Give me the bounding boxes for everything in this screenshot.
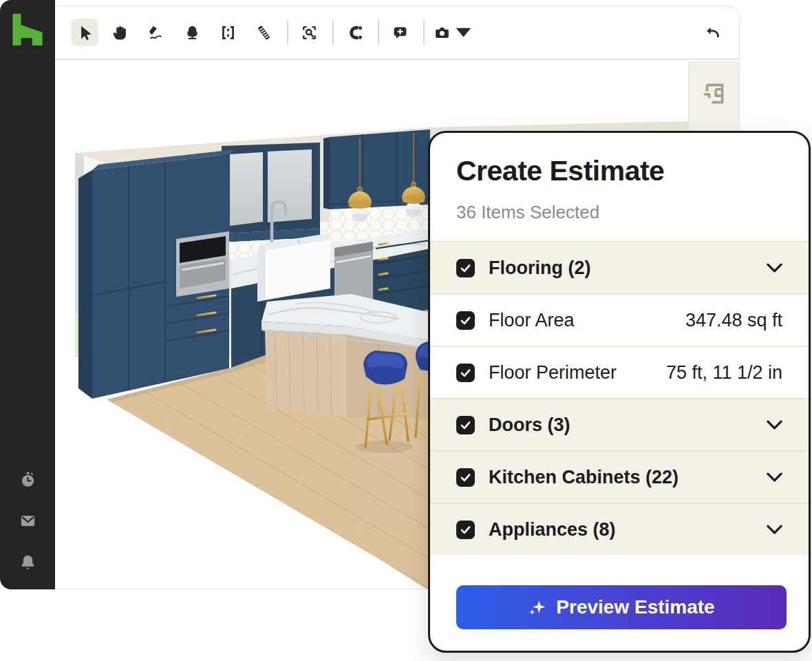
landscape-tool-button[interactable]: [178, 19, 206, 46]
undo-arrow-icon: [705, 24, 722, 41]
checkbox-checked[interactable]: [456, 468, 475, 487]
chevron-down-icon[interactable]: [767, 525, 782, 534]
cursor-icon: [76, 24, 94, 41]
sparkle-icon: [528, 598, 546, 617]
item-row-floor-perimeter[interactable]: Floor Perimeter 75 ft, 11 1/2 in: [430, 346, 809, 398]
snapshot-tool-button[interactable]: [431, 19, 474, 46]
pan-tool-button[interactable]: [107, 19, 134, 46]
checkbox-checked[interactable]: [456, 521, 475, 539]
category-row-doors[interactable]: Doors (3): [430, 398, 809, 450]
row-label: Doors (3): [489, 415, 570, 436]
check-icon: [459, 366, 472, 379]
item-row-floor-area[interactable]: Floor Area 347.48 sq ft: [430, 293, 809, 346]
check-icon: [459, 262, 472, 275]
row-label: Flooring (2): [489, 258, 590, 279]
checkbox-checked[interactable]: [456, 259, 475, 277]
select-tool-button[interactable]: [71, 19, 98, 46]
messages-icon[interactable]: [19, 512, 37, 530]
snap-tool-button[interactable]: [341, 19, 368, 46]
toolbar-divider: [378, 20, 379, 45]
items-selected-count: 36 Items Selected: [456, 202, 782, 222]
category-row-kitchen-cabinets[interactable]: Kitchen Cabinets (22): [430, 450, 809, 503]
wall-opening-tool-button[interactable]: [214, 19, 242, 46]
check-icon: [459, 419, 472, 432]
chevron-down-icon[interactable]: [767, 472, 782, 482]
check-icon: [459, 314, 472, 327]
estimate-rows: Flooring (2) Floor Area 347.48 sq ft Flo…: [430, 241, 809, 555]
row-label: Floor Perimeter: [489, 362, 617, 384]
check-icon: [459, 471, 472, 484]
camera-icon: [434, 24, 451, 41]
chevron-down-icon[interactable]: [767, 263, 782, 273]
chevron-down-icon[interactable]: [767, 420, 782, 430]
undo-button[interactable]: [699, 19, 727, 46]
notifications-icon[interactable]: [19, 553, 37, 571]
measure-tool-button[interactable]: [250, 19, 277, 46]
row-label: Floor Area: [489, 310, 575, 331]
comment-plus-icon: [392, 24, 409, 41]
checkbox-checked[interactable]: [456, 364, 475, 382]
add-comment-tool-button[interactable]: [386, 19, 414, 46]
hand-icon: [112, 24, 129, 41]
row-label: Kitchen Cabinets (22): [489, 467, 679, 488]
toolbar-divider: [423, 20, 425, 45]
draw-tool-button[interactable]: [142, 19, 170, 46]
category-row-flooring[interactable]: Flooring (2): [430, 241, 809, 293]
toolbar-divider: [287, 20, 288, 45]
preview-estimate-label: Preview Estimate: [556, 596, 714, 618]
toolbar: [55, 6, 739, 60]
create-estimate-panel: Create Estimate 36 Items Selected Floori…: [428, 131, 811, 653]
checkbox-checked[interactable]: [456, 311, 475, 330]
panel-title: Create Estimate: [456, 154, 782, 187]
category-row-appliances[interactable]: Appliances (8): [430, 503, 809, 555]
ruler-icon: [255, 24, 273, 41]
check-icon: [459, 523, 472, 536]
row-value: 347.48 sq ft: [685, 310, 782, 331]
timer-icon[interactable]: [19, 470, 37, 489]
bracket-dashed-icon: [220, 24, 237, 41]
row-label: Appliances (8): [489, 519, 616, 541]
floorplan-icon: [701, 81, 727, 107]
tree-icon: [184, 24, 201, 41]
camera-dropdown-caret-icon: [455, 24, 472, 41]
preview-estimate-button[interactable]: Preview Estimate: [456, 585, 787, 629]
houzz-logo-icon[interactable]: [12, 14, 43, 45]
app-sidebar: [0, 0, 55, 589]
zoom-region-tool-button[interactable]: [295, 19, 323, 46]
row-value: 75 ft, 11 1/2 in: [666, 362, 782, 384]
pencil-squiggle-icon: [148, 24, 165, 41]
checkbox-checked[interactable]: [456, 416, 475, 434]
magnifier-frame-icon: [301, 24, 318, 41]
magnet-icon: [346, 24, 363, 41]
toolbar-divider: [332, 20, 334, 45]
floorplan-toggle-button[interactable]: [700, 79, 729, 108]
